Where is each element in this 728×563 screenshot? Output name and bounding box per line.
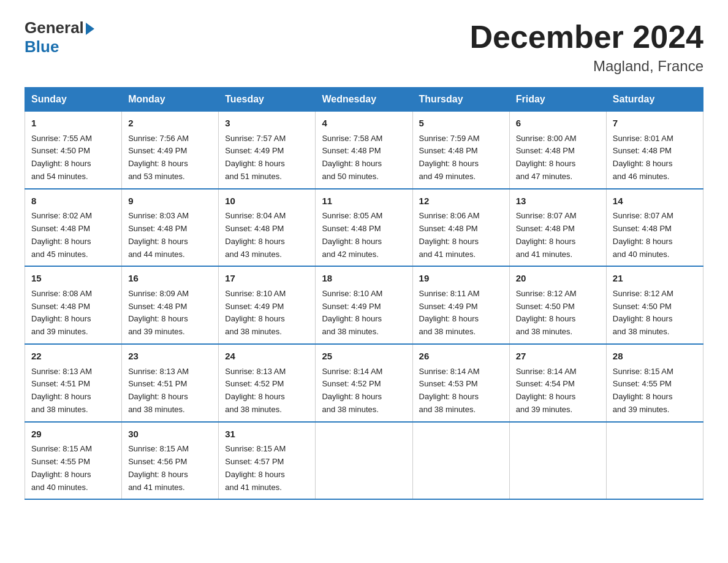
col-header-sunday: Sunday [25,88,122,112]
day-number: 30 [128,427,212,442]
calendar-day-cell: 7Sunrise: 8:01 AMSunset: 4:48 PMDaylight… [606,112,703,189]
logo-general-text: General [25,18,84,37]
day-info: Sunrise: 7:55 AMSunset: 4:50 PMDaylight:… [31,132,115,183]
calendar-day-cell: 28Sunrise: 8:15 AMSunset: 4:55 PMDayligh… [606,344,703,422]
calendar-day-cell: 31Sunrise: 8:15 AMSunset: 4:57 PMDayligh… [219,422,316,500]
day-info: Sunrise: 7:56 AMSunset: 4:49 PMDaylight:… [128,132,212,183]
calendar-day-cell: 1Sunrise: 7:55 AMSunset: 4:50 PMDaylight… [25,112,122,189]
col-header-wednesday: Wednesday [316,88,412,112]
day-info: Sunrise: 8:15 AMSunset: 4:57 PMDaylight:… [225,443,309,494]
calendar-day-cell: 15Sunrise: 8:08 AMSunset: 4:48 PMDayligh… [25,266,122,344]
day-number: 19 [419,272,503,286]
day-info: Sunrise: 8:05 AMSunset: 4:48 PMDaylight:… [322,210,406,261]
calendar-day-cell: 18Sunrise: 8:10 AMSunset: 4:49 PMDayligh… [316,266,412,344]
calendar-day-cell: 16Sunrise: 8:09 AMSunset: 4:48 PMDayligh… [122,266,219,344]
calendar-day-cell: 14Sunrise: 8:07 AMSunset: 4:48 PMDayligh… [606,189,703,267]
day-number: 12 [419,194,503,209]
calendar-day-cell: 20Sunrise: 8:12 AMSunset: 4:50 PMDayligh… [509,266,606,344]
calendar-day-cell: 27Sunrise: 8:14 AMSunset: 4:54 PMDayligh… [509,344,606,422]
day-number: 2 [128,117,212,131]
day-number: 7 [613,117,697,131]
calendar-week-row: 8Sunrise: 8:02 AMSunset: 4:48 PMDaylight… [25,189,703,267]
day-number: 4 [322,117,406,131]
col-header-saturday: Saturday [606,88,703,112]
calendar-day-cell: 23Sunrise: 8:13 AMSunset: 4:51 PMDayligh… [122,344,219,422]
day-number: 13 [516,194,600,209]
day-number: 5 [419,117,503,131]
day-number: 28 [613,350,697,364]
calendar-day-cell: 30Sunrise: 8:15 AMSunset: 4:56 PMDayligh… [122,422,219,500]
day-info: Sunrise: 8:08 AMSunset: 4:48 PMDaylight:… [31,288,115,339]
day-info: Sunrise: 8:07 AMSunset: 4:48 PMDaylight:… [613,210,697,261]
calendar-week-row: 15Sunrise: 8:08 AMSunset: 4:48 PMDayligh… [25,266,703,344]
calendar-table: SundayMondayTuesdayWednesdayThursdayFrid… [25,87,703,500]
day-info: Sunrise: 8:07 AMSunset: 4:48 PMDaylight:… [516,210,600,261]
calendar-day-cell: 11Sunrise: 8:05 AMSunset: 4:48 PMDayligh… [316,189,412,267]
title-block: December 2024 Magland, France [469,18,703,75]
calendar-day-cell: 26Sunrise: 8:14 AMSunset: 4:53 PMDayligh… [412,344,509,422]
calendar-day-cell: 4Sunrise: 7:58 AMSunset: 4:48 PMDaylight… [316,112,412,189]
day-info: Sunrise: 8:14 AMSunset: 4:52 PMDaylight:… [322,366,406,416]
day-number: 27 [516,350,600,364]
day-info: Sunrise: 7:57 AMSunset: 4:49 PMDaylight:… [225,132,309,183]
day-info: Sunrise: 8:15 AMSunset: 4:55 PMDaylight:… [31,443,115,494]
calendar-day-cell [316,422,412,500]
day-number: 9 [128,194,212,209]
day-number: 10 [225,194,309,209]
day-info: Sunrise: 8:09 AMSunset: 4:48 PMDaylight:… [128,288,212,339]
calendar-day-cell: 22Sunrise: 8:13 AMSunset: 4:51 PMDayligh… [25,344,122,422]
col-header-thursday: Thursday [412,88,509,112]
day-info: Sunrise: 8:04 AMSunset: 4:48 PMDaylight:… [225,210,309,261]
day-info: Sunrise: 8:06 AMSunset: 4:48 PMDaylight:… [419,210,503,261]
day-info: Sunrise: 8:14 AMSunset: 4:54 PMDaylight:… [516,366,600,416]
calendar-day-cell: 12Sunrise: 8:06 AMSunset: 4:48 PMDayligh… [412,189,509,267]
day-number: 21 [613,272,697,286]
day-number: 1 [31,117,115,131]
day-info: Sunrise: 7:59 AMSunset: 4:48 PMDaylight:… [419,132,503,183]
calendar-week-row: 1Sunrise: 7:55 AMSunset: 4:50 PMDaylight… [25,112,703,189]
calendar-week-row: 22Sunrise: 8:13 AMSunset: 4:51 PMDayligh… [25,344,703,422]
day-info: Sunrise: 8:10 AMSunset: 4:49 PMDaylight:… [322,288,406,339]
calendar-day-cell: 10Sunrise: 8:04 AMSunset: 4:48 PMDayligh… [219,189,316,267]
day-info: Sunrise: 8:15 AMSunset: 4:55 PMDaylight:… [613,366,697,416]
calendar-day-cell [606,422,703,500]
calendar-day-cell: 6Sunrise: 8:00 AMSunset: 4:48 PMDaylight… [509,112,606,189]
calendar-day-cell: 17Sunrise: 8:10 AMSunset: 4:49 PMDayligh… [219,266,316,344]
logo-arrow-icon [86,23,94,35]
calendar-subtitle: Magland, France [469,58,703,75]
day-number: 11 [322,194,406,209]
calendar-day-cell: 2Sunrise: 7:56 AMSunset: 4:49 PMDaylight… [122,112,219,189]
calendar-day-cell: 21Sunrise: 8:12 AMSunset: 4:50 PMDayligh… [606,266,703,344]
day-number: 8 [31,194,115,209]
day-info: Sunrise: 8:12 AMSunset: 4:50 PMDaylight:… [613,288,697,339]
col-header-monday: Monday [122,88,219,112]
day-number: 31 [225,427,309,442]
calendar-day-cell: 29Sunrise: 8:15 AMSunset: 4:55 PMDayligh… [25,422,122,500]
day-number: 23 [128,350,212,364]
calendar-day-cell [412,422,509,500]
day-number: 24 [225,350,309,364]
calendar-week-row: 29Sunrise: 8:15 AMSunset: 4:55 PMDayligh… [25,422,703,500]
logo: General Blue [25,18,94,56]
day-number: 14 [613,194,697,209]
day-number: 17 [225,272,309,286]
day-info: Sunrise: 8:14 AMSunset: 4:53 PMDaylight:… [419,366,503,416]
logo-blue-text: Blue [25,37,59,56]
day-info: Sunrise: 8:11 AMSunset: 4:49 PMDaylight:… [419,288,503,339]
day-info: Sunrise: 8:13 AMSunset: 4:51 PMDaylight:… [31,366,115,416]
col-header-tuesday: Tuesday [219,88,316,112]
calendar-day-cell: 8Sunrise: 8:02 AMSunset: 4:48 PMDaylight… [25,189,122,267]
day-info: Sunrise: 8:10 AMSunset: 4:49 PMDaylight:… [225,288,309,339]
calendar-day-cell: 19Sunrise: 8:11 AMSunset: 4:49 PMDayligh… [412,266,509,344]
day-info: Sunrise: 8:00 AMSunset: 4:48 PMDaylight:… [516,132,600,183]
calendar-day-cell: 9Sunrise: 8:03 AMSunset: 4:48 PMDaylight… [122,189,219,267]
day-number: 18 [322,272,406,286]
calendar-day-cell: 25Sunrise: 8:14 AMSunset: 4:52 PMDayligh… [316,344,412,422]
day-info: Sunrise: 8:12 AMSunset: 4:50 PMDaylight:… [516,288,600,339]
calendar-day-cell: 5Sunrise: 7:59 AMSunset: 4:48 PMDaylight… [412,112,509,189]
day-number: 15 [31,272,115,286]
day-number: 3 [225,117,309,131]
calendar-day-cell: 3Sunrise: 7:57 AMSunset: 4:49 PMDaylight… [219,112,316,189]
day-number: 29 [31,427,115,442]
col-header-friday: Friday [509,88,606,112]
